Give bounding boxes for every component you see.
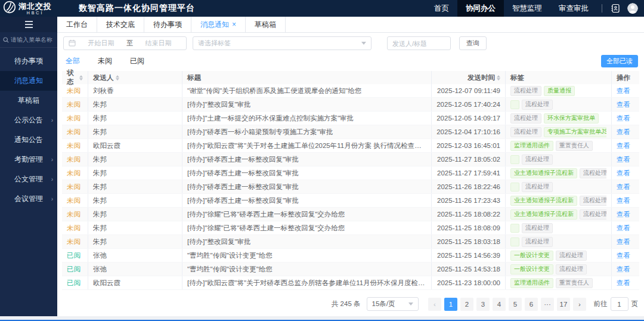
sidebar-item-label: 考勤管理 [14, 155, 43, 165]
sender-name: 朱邦 [93, 128, 107, 137]
close-icon[interactable]: × [232, 21, 236, 28]
view-link[interactable]: 查看 [617, 128, 630, 137]
tag-badge: 质量通报 [544, 86, 575, 96]
page-number-button[interactable]: 6 [525, 298, 538, 311]
prev-page-button[interactable]: ‹ [428, 298, 441, 311]
page-size-select[interactable]: 15条/页 [367, 297, 419, 311]
goto-page-input[interactable] [611, 297, 628, 311]
read-filter-option[interactable]: 未阅 [98, 56, 112, 66]
read-filter-option[interactable]: 全部 [66, 56, 80, 66]
send-time: 2025-11-25 18:08:09 [437, 224, 500, 232]
tag-badge: 业主通知通报子流程新 [510, 168, 577, 178]
tab-item[interactable]: 工作台 [57, 17, 97, 32]
table-row: 未阅朱邦[待办]"硚孝西土建一标整改回复"审批2025-11-27 17:59:… [62, 166, 639, 180]
send-time: 2025-12-03 16:45:01 [436, 142, 500, 149]
sidebar-item[interactable]: 考勤管理› [0, 150, 57, 169]
view-link[interactable]: 查看 [617, 183, 630, 192]
sidebar-item[interactable]: 通知公告 [0, 130, 57, 150]
topnav-item[interactable]: 审查审批 [550, 0, 597, 17]
tag-badge: 重置责任人 [556, 278, 593, 288]
next-page-button[interactable]: › [573, 298, 586, 311]
end-date-placeholder[interactable]: 结束日期 [135, 39, 181, 48]
more-pages-icon[interactable]: ··· [541, 298, 554, 311]
column-header-label: 发送人 [93, 73, 114, 82]
view-link[interactable]: 查看 [617, 279, 630, 288]
page-number-button[interactable]: 4 [493, 298, 506, 311]
topnav-item[interactable]: 首页 [426, 0, 457, 17]
sidebar-item[interactable]: 草稿箱 [0, 91, 57, 110]
view-link[interactable]: 查看 [617, 224, 630, 233]
send-time: 2025-12-05 17:40:24 [436, 101, 500, 108]
tag-list: 流程处理 [510, 155, 553, 165]
sender-name: 张弛 [93, 265, 107, 274]
send-time: 2025-12-04 17:10:16 [436, 128, 500, 135]
view-link[interactable]: 查看 [617, 87, 630, 95]
mark-all-read-button[interactable]: 全部已读 [601, 55, 638, 67]
tab-item[interactable]: 待办事项 [144, 17, 191, 32]
start-date-placeholder[interactable]: 开始日期 [78, 39, 124, 48]
sender-name: 朱邦 [93, 169, 107, 178]
view-link[interactable]: 查看 [617, 265, 630, 274]
sidebar-collapse-button[interactable] [0, 17, 57, 32]
date-range-picker[interactable]: 开始日期 至 结束日期 [63, 36, 187, 50]
logo-org-name: 湖北交投 [18, 2, 52, 10]
sidebar-item[interactable]: 待办事项 [0, 51, 57, 71]
address-book-icon[interactable] [611, 4, 620, 13]
topnav-item[interactable]: 协同办公 [457, 0, 504, 17]
tag-badge: 业主通知通报子流程新 [510, 209, 577, 220]
tag-badge: 流程处理 [510, 127, 541, 137]
page-number-button[interactable]: 1 [444, 298, 457, 311]
sort-icon[interactable] [116, 75, 119, 81]
sort-icon[interactable] [497, 75, 500, 81]
sidebar-item[interactable]: 公示公告› [0, 110, 57, 130]
page-number-button[interactable]: 3 [476, 298, 490, 311]
column-header[interactable]: 状态 [62, 71, 88, 84]
sort-icon[interactable] [79, 75, 83, 81]
sidebar-item-label: 会议管理 [14, 194, 43, 204]
send-time: 2025-11-27 18:05:02 [437, 156, 500, 163]
sidebar-item[interactable]: 公文管理› [0, 169, 57, 189]
tab-label: 待办事项 [153, 20, 182, 30]
tab-item[interactable]: 技术交底 [97, 17, 144, 32]
tag-badge: 流程处理 [580, 196, 606, 206]
menu-search-input[interactable] [11, 36, 55, 43]
view-link[interactable]: 查看 [617, 114, 630, 123]
tag-list: 流程处理质量通报 [510, 86, 575, 96]
view-link[interactable]: 查看 [617, 196, 630, 205]
page-number-button[interactable]: 5 [509, 298, 522, 311]
keyword-input[interactable] [388, 37, 450, 50]
status-badge: 未阅 [67, 196, 80, 205]
sender-name: 朱邦 [93, 114, 107, 123]
sender-name: 朱邦 [93, 100, 107, 109]
logo-org-abbr: HBCI [18, 11, 52, 15]
topnav-item[interactable]: 智慧监理 [504, 0, 550, 17]
sidebar-item[interactable]: 消息通知 [0, 71, 57, 91]
view-link[interactable]: 查看 [617, 141, 630, 150]
tag-badge: 环水保方案审批单 [544, 113, 599, 124]
column-header-label: 发送时间 [467, 73, 495, 82]
view-link[interactable]: 查看 [617, 155, 630, 164]
table-body: 未阅刘秋香"谢堂"传阅"关于组织桥面系及施工便道观摩会的通知"给您2025-12… [62, 84, 639, 290]
page-number-button[interactable]: 17 [557, 298, 570, 311]
tag-select[interactable]: 请选择标签 [193, 36, 371, 50]
user-avatar[interactable] [627, 3, 638, 14]
tab-item[interactable]: 消息通知× [191, 17, 246, 32]
view-link[interactable]: 查看 [617, 169, 630, 178]
view-link[interactable]: 查看 [617, 210, 630, 219]
read-filter-option[interactable]: 已阅 [130, 56, 144, 66]
tag-badge: 流程处理 [522, 182, 553, 192]
table-row: 未阅朱邦[待办]"土建一标提交的环水保重难点控制实施方案"审批2025-12-0… [62, 112, 639, 125]
pagination-bar: 共 245 条 15条/页 ‹123456···17› 前往 页 [57, 294, 644, 316]
column-header[interactable]: 发送人 [88, 71, 182, 84]
tag-list: 流程处理 [510, 223, 553, 233]
query-button[interactable]: 查询 [459, 36, 487, 50]
column-header-label: 标签 [510, 73, 524, 82]
tab-item[interactable]: 草稿箱 [246, 17, 286, 32]
view-link[interactable]: 查看 [617, 251, 630, 260]
view-link[interactable]: 查看 [617, 237, 630, 246]
page-number-button[interactable]: 2 [460, 298, 473, 311]
sidebar-item[interactable]: 会议管理› [0, 189, 57, 209]
column-header[interactable]: 发送时间 [432, 71, 506, 84]
view-link[interactable]: 查看 [617, 100, 630, 109]
chevron-right-icon: › [51, 196, 53, 202]
